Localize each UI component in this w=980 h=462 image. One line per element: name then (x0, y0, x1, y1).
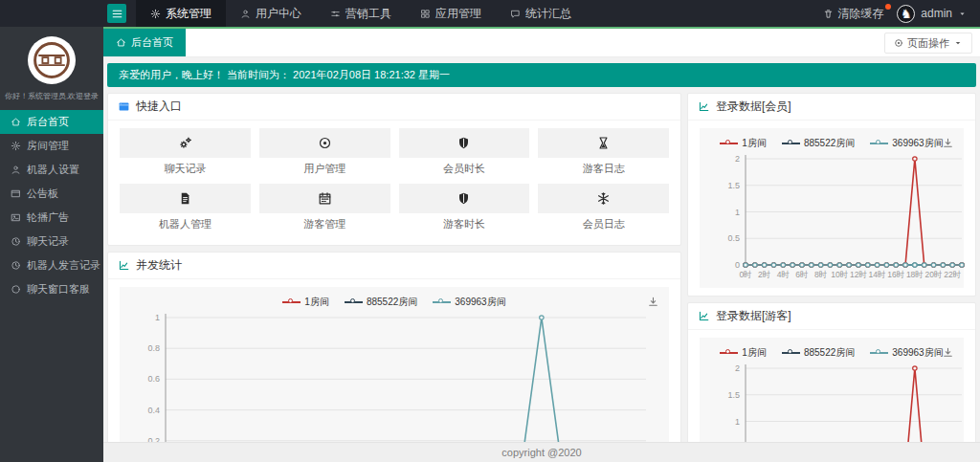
quick-entry-panel: 快捷入口 聊天记录用户管理会员时长游客日志机器人管理游客管理游客时长会员日志 (107, 93, 681, 246)
user-icon (11, 165, 21, 175)
svg-text:0.4: 0.4 (147, 406, 160, 415)
shield-icon (457, 191, 471, 206)
concurrency-header: 并发统计 (108, 253, 680, 279)
concurrency-chart-card: 1房间885522房间369963房间 00.20.40.60.810时2时4时… (120, 287, 669, 462)
username: admin (921, 7, 952, 20)
tile-聊天记录[interactable] (120, 128, 251, 158)
tile-机器人管理[interactable] (120, 184, 251, 213)
nav-item-统计汇总[interactable]: 统计汇总 (496, 0, 586, 27)
quick-entry-item-游客管理: 游客管理 (259, 184, 390, 237)
svg-text:1: 1 (155, 313, 160, 322)
chart-legend: 1房间885522房间369963房间 (127, 291, 661, 311)
quick-entry-item-游客日志: 游客日志 (538, 128, 669, 182)
page-actions-label: 页面操作 (907, 36, 949, 51)
panel-title: 快捷入口 (136, 99, 182, 115)
legend-item-885522房间[interactable]: 885522房间 (345, 296, 417, 309)
logo-wrap: 你好！系统管理员,欢迎登录 (0, 27, 103, 101)
svg-text:2时: 2时 (758, 270, 770, 279)
page-actions-button[interactable]: 页面操作 (884, 33, 972, 54)
tab-dashboard[interactable]: 后台首页 (103, 29, 186, 56)
tile-会员时长[interactable] (399, 128, 530, 158)
user-menu[interactable]: ♞ admin (897, 5, 967, 23)
tools-icon (330, 9, 341, 19)
top-nav: 系统管理用户中心营销工具应用管理统计汇总 (136, 0, 586, 27)
tile-label: 机器人管理 (120, 217, 251, 231)
tile-用户管理[interactable] (259, 128, 390, 158)
dashboard-columns: 快捷入口 聊天记录用户管理会员时长游客日志机器人管理游客管理游客时长会员日志 并… (103, 93, 980, 462)
legend-item-885522房间[interactable]: 885522房间 (782, 137, 855, 150)
quick-entry-item-会员日志: 会员日志 (538, 184, 669, 237)
chart-legend: 1房间885522房间369963房间 (707, 341, 956, 362)
gears-icon (178, 136, 192, 150)
chevron-down-icon (953, 38, 963, 48)
chart-line-icon (118, 259, 130, 272)
menu-toggle-button[interactable] (107, 4, 126, 23)
nav-item-营销工具[interactable]: 营销工具 (316, 0, 406, 27)
svg-text:8时: 8时 (814, 270, 827, 279)
tile-游客管理[interactable] (259, 184, 390, 213)
sidebar-item-机器人设置[interactable]: 机器人设置 (0, 158, 103, 182)
svg-text:1: 1 (735, 208, 740, 217)
nav-item-系统管理[interactable]: 系统管理 (136, 0, 226, 27)
login-member-body: 1房间885522房间369963房间 00.511.520时2时4时6时8时1… (688, 121, 975, 296)
notification-dot (885, 4, 891, 10)
footer: copyright @2020 (103, 442, 980, 462)
concurrency-panel: 并发统计 1房间885522房间369963房间 00.20.40.60.810… (107, 252, 681, 462)
legend-item-369963房间[interactable]: 369963房间 (870, 137, 943, 150)
chat-icon (510, 9, 521, 19)
legend-item-1房间[interactable]: 1房间 (720, 346, 767, 360)
svg-text:0.8: 0.8 (147, 343, 160, 353)
download-icon[interactable] (942, 346, 954, 359)
tile-label: 游客日志 (538, 162, 669, 176)
panel-title: 登录数据[会员] (716, 99, 791, 115)
sidebar-item-聊天记录[interactable]: 聊天记录 (0, 230, 103, 253)
legend-item-1房间[interactable]: 1房间 (720, 137, 767, 150)
gear-icon (11, 141, 21, 151)
quick-entry-item-会员时长: 会员时长 (399, 128, 530, 182)
legend-item-885522房间[interactable]: 885522房间 (782, 346, 855, 360)
shield-icon (457, 136, 471, 150)
circle-dot-icon (894, 38, 903, 48)
clear-cache-button[interactable]: 清除缓存 (823, 6, 883, 22)
tile-label: 游客时长 (399, 217, 530, 231)
sidebar-item-公告板[interactable]: 公告板 (0, 182, 103, 206)
clock-icon (11, 260, 21, 271)
tile-label: 用户管理 (259, 162, 390, 176)
download-icon[interactable] (942, 137, 954, 149)
svg-text:16时: 16时 (887, 270, 904, 279)
tile-会员日志[interactable] (538, 184, 669, 213)
svg-text:20时: 20时 (925, 270, 943, 279)
image-icon (11, 212, 21, 223)
snowflake-icon (596, 191, 611, 206)
gear-icon (150, 9, 161, 19)
tile-游客时长[interactable] (399, 184, 530, 213)
svg-text:22时: 22时 (944, 270, 961, 279)
sidebar-menu: 后台首页房间管理机器人设置公告板轮播广告聊天记录机器人发言记录聊天窗口客服 (0, 110, 103, 301)
sidebar-item-房间管理[interactable]: 房间管理 (0, 134, 103, 158)
quick-entry-item-聊天记录: 聊天记录 (120, 128, 251, 182)
sidebar-item-后台首页[interactable]: 后台首页 (0, 110, 103, 134)
sidebar-item-机器人发言记录[interactable]: 机器人发言记录 (0, 253, 103, 277)
tile-label: 会员时长 (399, 162, 530, 176)
svg-text:14时: 14时 (869, 270, 886, 279)
banner-text: 亲爱的用户，晚上好！ 当前时间为： 2021年02月08日 18:21:32 星… (119, 69, 450, 80)
svg-text:0: 0 (735, 260, 740, 270)
legend-item-369963房间[interactable]: 369963房间 (870, 346, 943, 360)
nav-item-用户中心[interactable]: 用户中心 (226, 0, 316, 27)
svg-text:2: 2 (735, 154, 740, 164)
download-icon[interactable] (647, 296, 659, 308)
sidebar-item-聊天窗口客服[interactable]: 聊天窗口客服 (0, 277, 103, 301)
legend-item-369963房间[interactable]: 369963房间 (433, 296, 505, 309)
apps-icon (420, 9, 431, 19)
concurrency-chart: 00.20.40.60.810时2时4时6时8时10时12时14时16时18时2… (127, 311, 659, 462)
login-guest-header: 登录数据[游客] (688, 303, 975, 330)
sidebar-item-轮播广告[interactable]: 轮播广告 (0, 206, 103, 230)
login-member-header: 登录数据[会员] (688, 94, 975, 121)
chart-legend: 1房间885522房间369963房间 (707, 132, 956, 152)
legend-item-1房间[interactable]: 1房间 (282, 296, 329, 309)
circle-icon (11, 284, 21, 295)
tile-游客日志[interactable] (538, 128, 669, 158)
nav-item-应用管理[interactable]: 应用管理 (406, 0, 496, 27)
svg-text:6时: 6时 (795, 270, 808, 279)
circle-dot-icon (318, 136, 332, 150)
